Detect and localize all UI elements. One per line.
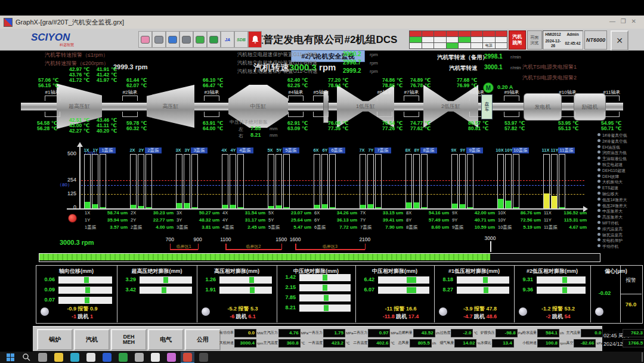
settings-icon[interactable]: [135, 353, 144, 362]
gauge-marker: [407, 277, 416, 283]
legend-cell: 6X34.26 um: [314, 210, 357, 216]
search-icon[interactable]: [22, 353, 31, 362]
alarm-grid-cell: 电源: [482, 42, 496, 49]
clock-icon[interactable]: [166, 31, 179, 48]
chart-bar-outline: [283, 154, 290, 210]
annotation-80: （80）: [57, 182, 72, 188]
chart-bar-fill-8Y: [414, 202, 419, 208]
nav-button-电气[interactable]: 电气: [148, 329, 184, 350]
main-speed-unit: rpm: [319, 62, 336, 72]
users-icon[interactable]: [138, 31, 152, 48]
param-unit: Pa: [518, 331, 522, 335]
param-value: 423.2: [323, 339, 345, 347]
legend-label: 5盖振: [268, 224, 280, 230]
panel3-value-3: 8.21: [279, 304, 296, 310]
show-desktop-button[interactable]: [642, 352, 643, 362]
terminal-icon[interactable]: [199, 353, 208, 362]
edge-icon[interactable]: [70, 353, 79, 362]
chart-header-x-2: 2X: [128, 147, 137, 153]
monitor-icon[interactable]: [193, 31, 207, 48]
panel-title-6: #2低压相对膨胀(mm): [514, 267, 590, 275]
alarm-grid-cell: [470, 42, 484, 49]
eccentricity-alarm-value: 76.0: [621, 301, 640, 307]
session-user: Admin: [563, 32, 583, 37]
paint-icon[interactable]: [167, 353, 176, 362]
bearing1-temp-bottom-1: 56.28 ℃: [37, 125, 57, 131]
graphx-app-icon[interactable]: [183, 353, 192, 362]
chart-header-x-4: 4X: [219, 147, 229, 153]
sdb-icon[interactable]: SDB: [234, 31, 248, 48]
chrome-icon[interactable]: [86, 353, 95, 362]
bearing-bracket-bottom: [404, 112, 419, 117]
chart-header-cover-11: 11盖振: [558, 147, 575, 153]
keyboard-icon[interactable]: [152, 31, 166, 48]
bearing-bracket-bottom: [288, 112, 304, 117]
gauge-marker: [250, 287, 255, 293]
speed-left-value: 2999.3 rpm: [113, 63, 147, 70]
alarm-bell-icon[interactable]: [248, 31, 262, 48]
ja-icon[interactable]: JA: [221, 31, 234, 48]
nav-button-汽机[interactable]: 汽机: [74, 329, 110, 350]
legend-label: 8Y: [406, 217, 411, 223]
start-icon[interactable]: [6, 353, 15, 362]
param-unit: rpm: [257, 342, 263, 345]
file-explorer-icon[interactable]: [54, 353, 63, 362]
legend-label: 9盖振: [452, 224, 463, 230]
close-button[interactable]: ✕: [611, 30, 628, 51]
bearing6-temp-top-1: 78.85 ℃: [382, 82, 402, 88]
chart-header-cover-7: 7盖振: [374, 147, 391, 153]
window-controls[interactable]: — ❐ ✕: [609, 18, 638, 24]
bearing11-temp-bottom-1: 50.71 ℃: [601, 125, 621, 131]
panel4-gauge-1: [378, 287, 429, 294]
notepad-icon[interactable]: [151, 353, 160, 362]
gauge-marker: [562, 287, 567, 293]
turbine-trip-button[interactable]: 汽机 跳闸: [509, 30, 526, 50]
nav-button-锅炉[interactable]: 锅炉: [37, 329, 73, 350]
param-label: 有功功率: [219, 330, 234, 336]
param-unit: rpm: [560, 342, 566, 345]
gear-icon[interactable]: [179, 31, 193, 48]
nav-button-公用[interactable]: 公用: [185, 329, 221, 350]
panel5-trip-row: -4.7 跳机 48.6: [448, 313, 512, 321]
bearing-bracket-bottom: [504, 112, 519, 117]
param-unit: MPa: [346, 331, 353, 335]
param-value: 1766.5: [623, 339, 644, 347]
nav-button-DEH[interactable]: DEHMEH: [111, 329, 147, 350]
word-icon[interactable]: [103, 353, 112, 362]
alarm-dot: [597, 139, 600, 142]
bearing3-temp-bottom-1: 64.00 ℃: [203, 125, 223, 131]
param-value: 0.0: [234, 329, 256, 337]
legend-label: 2Y: [131, 217, 136, 223]
chart-header-x-11: 11X: [541, 147, 550, 153]
param-一再温度: 一再温度423.2℃: [308, 338, 353, 348]
ip-exp-value-0: 7.85: [250, 125, 261, 131]
window-title: GraphX-[gra/#20T_汽机安全监视.grx]: [16, 18, 124, 27]
alarm-dot: [597, 227, 600, 230]
panel4-alarm-row: -11 报警 16.6: [370, 305, 432, 313]
zero-speed-alarm1: 汽机零转速报警（≤1rpm）: [45, 51, 108, 59]
task-view-icon[interactable]: [38, 353, 47, 362]
legend-label: 9X: [452, 210, 457, 216]
eccentricity-value: -0.02: [592, 290, 618, 296]
legend-cell: 6Y36.13 um: [314, 217, 357, 223]
alarm-item-3: EH油压低: [602, 144, 620, 150]
alarm-grid-cell: [422, 42, 435, 49]
speed-marker-1600: 1600: [286, 236, 304, 242]
gauge-marker: [407, 287, 416, 293]
alarm-dot: [597, 198, 600, 201]
panel0-value-0: 0.06: [38, 276, 55, 282]
panel4-gauge-0: [378, 276, 429, 284]
screen-nav-button[interactable]: 画面 浏览: [527, 30, 542, 50]
param-总燃料量: 总燃料量43.52t/h: [398, 328, 440, 338]
turning-gear-motor-icon: M: [483, 82, 494, 93]
excel-icon[interactable]: [119, 353, 128, 362]
param-value: 13.4: [492, 339, 514, 347]
panel1-gauge-0: [140, 276, 192, 284]
bearing9-temp-bottom-1: 57.82 ℃: [504, 125, 525, 131]
g11-unit-2: rpm: [370, 69, 378, 74]
gauge-marker: [163, 277, 168, 283]
os-taskbar: [0, 351, 644, 363]
alarm-item-9: 大机振动大: [602, 179, 623, 185]
param-总风量: 总风量805.5t/h: [398, 338, 440, 348]
book-icon[interactable]: [207, 31, 221, 48]
